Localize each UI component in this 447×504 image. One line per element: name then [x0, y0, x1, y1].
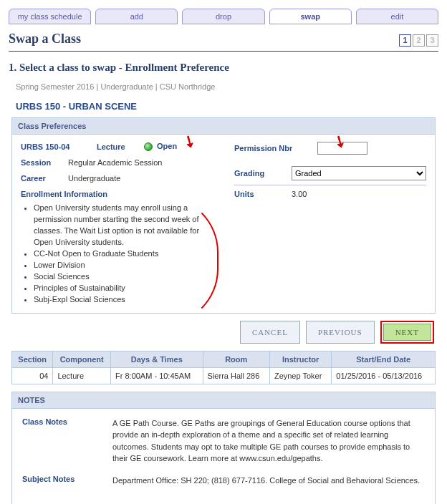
status-open-text: Open: [157, 142, 177, 150]
units-label: Units: [234, 190, 284, 198]
list-item: Lower Division: [34, 260, 213, 271]
class-heading: URBS 150 - URBAN SCENE: [16, 101, 438, 112]
step-indicator: 1 2 3: [399, 34, 438, 47]
status-open-icon: [144, 142, 153, 151]
subject-notes-text: Department Office: SH 220; (818) 677-711…: [112, 475, 420, 487]
session-value: Regular Academic Session: [68, 158, 162, 167]
list-item: Open University students may enroll usin…: [34, 203, 213, 248]
enrollment-info-title: Enrollment Information: [21, 190, 213, 198]
tab-add[interactable]: add: [95, 9, 178, 24]
col-room: Room: [203, 351, 269, 367]
step-3: 3: [426, 34, 438, 47]
col-section: Section: [12, 351, 53, 367]
nav-tabs: my class schedule add drop swap edit: [9, 9, 438, 24]
context-line: Spring Semester 2016 | Undergraduate | C…: [16, 82, 438, 91]
status-open: Open: [144, 142, 177, 151]
list-item: Principles of Sustainability: [34, 283, 213, 294]
tab-swap[interactable]: swap: [269, 9, 352, 24]
page-title-row: Swap a Class 1 2 3: [9, 32, 438, 52]
units-value: 3.00: [292, 190, 307, 198]
col-instructor: Instructor: [269, 351, 331, 367]
cell-dates: 01/25/2016 - 05/13/2016: [332, 367, 436, 384]
next-button[interactable]: Next: [383, 324, 431, 341]
tab-drop[interactable]: drop: [182, 9, 264, 24]
table-row: 04 Lecture Fr 8:00AM - 10:45AM Sierra Ha…: [12, 367, 436, 384]
subject-notes-label: Subject Notes: [22, 475, 101, 487]
class-preferences-header: Class Preferences: [12, 118, 435, 135]
career-label: Career: [21, 174, 64, 183]
cell-section: 04: [12, 367, 53, 384]
class-preferences-panel: Class Preferences ➘ ➘ URBS 150-04 Lectur…: [11, 117, 436, 314]
tab-edit[interactable]: edit: [356, 9, 438, 24]
cell-room: Sierra Hall 286: [203, 367, 269, 384]
enrollment-info-list: Open University students may enroll usin…: [34, 203, 213, 305]
notes-panel: NOTES Class Notes A GE Path Course. GE P…: [11, 392, 436, 504]
page-title: Swap a Class: [9, 32, 81, 47]
action-buttons: Cancel Previous Next: [9, 321, 434, 344]
permission-nbr-input[interactable]: [317, 142, 367, 155]
col-days-times: Days & Times: [111, 351, 203, 367]
class-section-link[interactable]: URBS 150-04: [21, 142, 92, 151]
step-2: 2: [413, 34, 425, 47]
step-1: 1: [399, 34, 411, 47]
grading-label: Grading: [234, 169, 284, 178]
permission-nbr-label: Permission Nbr: [234, 144, 313, 152]
cancel-button[interactable]: Cancel: [240, 321, 300, 344]
previous-button[interactable]: Previous: [306, 321, 375, 344]
list-item: Social Sciences: [34, 271, 213, 283]
tab-my-class-schedule[interactable]: my class schedule: [9, 9, 91, 24]
list-item: CC-Not Open to Graduate Students: [34, 248, 213, 260]
grading-select[interactable]: Graded: [292, 166, 426, 180]
component-label: Lecture: [97, 142, 140, 151]
schedule-table: Section Component Days & Times Room Inst…: [11, 351, 436, 384]
section-heading: 1. Select a class to swap - Enrollment P…: [9, 62, 438, 74]
cell-instructor: Zeynep Toker: [269, 367, 331, 384]
career-value: Undergraduate: [68, 174, 120, 183]
class-notes-text: A GE Path Course. GE Paths are groupings…: [112, 417, 425, 465]
annotation-highlight: Next: [380, 321, 434, 344]
cell-component: Lecture: [53, 367, 111, 384]
cell-days-times: Fr 8:00AM - 10:45AM: [111, 367, 203, 384]
list-item: Subj-Expl Social Sciences: [34, 294, 213, 306]
col-start-end: Start/End Date: [332, 351, 436, 367]
notes-header: NOTES: [12, 392, 435, 409]
class-notes-label: Class Notes: [22, 417, 101, 465]
col-component: Component: [53, 351, 111, 367]
session-label: Session: [21, 158, 64, 167]
